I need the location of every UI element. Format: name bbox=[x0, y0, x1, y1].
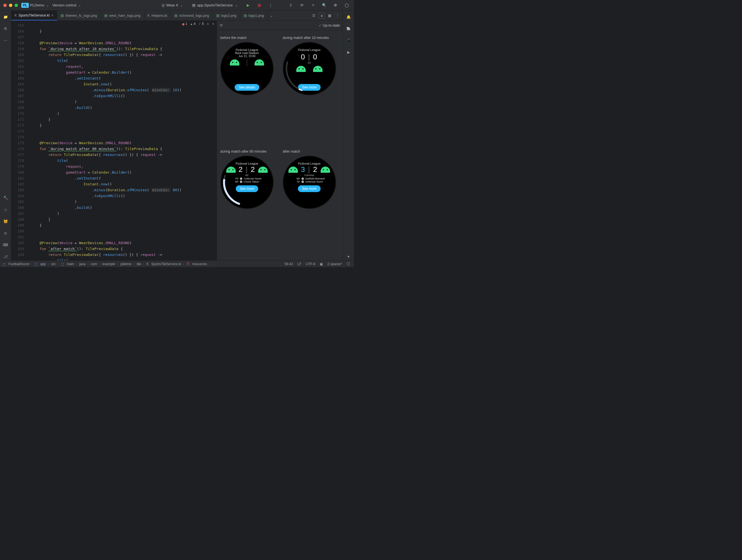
window-traffic-lights bbox=[3, 4, 18, 7]
debug-button[interactable]: 🐞 bbox=[255, 1, 263, 9]
preview-status: Up-to-date bbox=[319, 23, 340, 28]
breadcrumb-main[interactable]: ▢ main bbox=[61, 262, 77, 266]
favorites-tool-icon[interactable]: ◇ bbox=[2, 206, 9, 213]
vcs-tool-icon[interactable]: ⎇ bbox=[2, 253, 9, 260]
statusbar: ▢ FootballScore ▢ app src ▢ main java co… bbox=[0, 260, 354, 267]
ai-assistant-icon[interactable]: ✦ bbox=[345, 253, 353, 260]
tabs-options-icon[interactable]: ⋮ bbox=[334, 13, 340, 19]
breadcrumb-com[interactable]: com bbox=[91, 262, 100, 266]
account-icon[interactable]: ◯ bbox=[343, 1, 351, 9]
file-encoding[interactable]: UTF-8 bbox=[305, 262, 316, 266]
image-file-icon: ▤ bbox=[244, 13, 247, 18]
close-window[interactable] bbox=[3, 4, 7, 7]
error-count[interactable]: 1 bbox=[182, 22, 187, 26]
problems-tool-icon[interactable]: ⊘ bbox=[2, 229, 9, 237]
settings-icon[interactable]: ⚙ bbox=[331, 1, 339, 9]
search-everywhere-icon[interactable]: 🔍 bbox=[320, 1, 328, 9]
preview-refresh-icon[interactable]: ⟳ bbox=[220, 23, 223, 28]
scorers-list: 70'70' Ambrose NormAmbrose Norm 55'Chuck… bbox=[232, 177, 262, 183]
run-config-selector[interactable]: ▤ app.SportsTileService bbox=[189, 2, 241, 8]
right-tool-rail: 🔔 🐘 📱 ▶ ✦ bbox=[343, 11, 354, 260]
view-gallery-icon[interactable]: ▦ bbox=[326, 13, 333, 19]
team-logo-icon bbox=[258, 167, 268, 173]
gradle-tool-icon[interactable]: 🐘 bbox=[345, 24, 353, 33]
project-name: PLDemo bbox=[30, 3, 44, 7]
score-divider bbox=[247, 59, 247, 66]
see-more-button[interactable]: See more bbox=[236, 185, 258, 192]
structure-tool-icon[interactable]: ⧉ bbox=[2, 24, 9, 33]
breadcrumb-tile[interactable]: tile bbox=[137, 262, 144, 266]
tab-richmond-logo[interactable]: ▤ richmond_logo.png bbox=[171, 11, 213, 20]
indent-settings[interactable]: 2 spaces* bbox=[326, 262, 343, 266]
breadcrumb-java[interactable]: java bbox=[79, 262, 89, 266]
next-highlight-icon[interactable]: ∨ bbox=[212, 22, 214, 26]
code-content[interactable]: } @Preview(device = WearDevices.SMALL_RO… bbox=[28, 21, 217, 260]
tab-west-ham-logo[interactable]: ▤ west_ham_logo.png bbox=[101, 11, 144, 20]
breadcrumb-symbol[interactable]: ⓕ resources bbox=[187, 261, 210, 266]
code-with-me-icon[interactable]: ⇪ bbox=[287, 1, 295, 9]
line-separator[interactable]: LF bbox=[296, 262, 302, 266]
prev-highlight-icon[interactable]: ∧ bbox=[207, 22, 209, 26]
build-tool-icon[interactable]: 🔨 bbox=[2, 194, 9, 202]
kotlin-file-icon: K bbox=[148, 14, 150, 18]
image-file-icon: ▤ bbox=[174, 13, 177, 18]
running-devices-icon[interactable]: ▶ bbox=[345, 48, 353, 56]
more-tools-icon[interactable]: ⋯ bbox=[2, 36, 9, 44]
minimize-window[interactable] bbox=[9, 4, 12, 7]
tab-logo2[interactable]: ▤ logo2.png bbox=[213, 11, 240, 20]
device-selector[interactable]: ◎ Wear 4 bbox=[159, 2, 186, 8]
close-icon[interactable]: × bbox=[51, 13, 53, 18]
team-logo-icon bbox=[226, 167, 236, 173]
editor-tabs: K SportsTileService.kt × ▤ themes_fc_log… bbox=[11, 11, 343, 21]
preview-during-80: during match after 80 minutes Fictional … bbox=[220, 150, 277, 255]
image-file-icon: ▤ bbox=[60, 13, 64, 18]
module-icon: ▤ bbox=[192, 3, 196, 7]
run-button[interactable]: ▶ bbox=[244, 1, 252, 9]
image-file-icon: ▤ bbox=[216, 13, 219, 18]
watch-preview: Fictional League 2 | 2 80' bbox=[220, 156, 274, 209]
team-logo-icon bbox=[230, 59, 240, 65]
breadcrumb-example[interactable]: example bbox=[103, 262, 118, 266]
team-logo-icon bbox=[313, 66, 323, 72]
code-editor[interactable]: 1551561571581591601611621631641651661671… bbox=[11, 21, 217, 260]
memory-indicator-icon[interactable]: ⓘ bbox=[346, 261, 351, 266]
project-tool-icon[interactable]: 📁 bbox=[2, 13, 9, 21]
breadcrumb-pldemo[interactable]: pldemo bbox=[120, 262, 135, 266]
notifications-tool-icon[interactable]: 🔔 bbox=[345, 13, 353, 21]
breadcrumb-root[interactable]: ▢ FootballScore bbox=[3, 262, 32, 266]
team-logo-icon bbox=[321, 167, 330, 173]
terminal-tool-icon[interactable]: ⌨ bbox=[2, 241, 9, 249]
team-logo-icon bbox=[255, 59, 264, 65]
tab-themes-fc-logo[interactable]: ▤ themes_fc_logo.png bbox=[57, 11, 101, 20]
breadcrumb-app[interactable]: ▢ app bbox=[35, 262, 49, 266]
tabs-overflow-dropdown[interactable]: ⌄ bbox=[268, 11, 275, 20]
device-manager-icon[interactable]: 📱 bbox=[345, 36, 353, 44]
caret-position[interactable]: 56:43 bbox=[283, 262, 294, 266]
tab-helpers[interactable]: K Helpers.kt bbox=[144, 11, 171, 20]
tab-sportstileservice[interactable]: K SportsTileService.kt × bbox=[11, 11, 57, 20]
breadcrumb-src[interactable]: src bbox=[51, 262, 59, 266]
kotlin-file-icon: K bbox=[14, 13, 17, 17]
vcs-menu[interactable]: Version control bbox=[52, 3, 81, 7]
view-list-icon[interactable]: ☰ bbox=[311, 13, 317, 19]
more-run-actions[interactable]: ⋮ bbox=[267, 1, 274, 9]
logcat-tool-icon[interactable]: 🐱 bbox=[2, 217, 9, 225]
view-split-icon[interactable]: ▥ bbox=[319, 13, 325, 19]
inspection-indicators: 1 4 5 ∧ ∨ bbox=[182, 22, 214, 26]
see-details-button[interactable]: See details bbox=[234, 84, 259, 91]
weak-warning-count[interactable]: 5 bbox=[198, 22, 204, 26]
warning-count[interactable]: 4 bbox=[190, 22, 196, 26]
see-more-button[interactable]: See more bbox=[298, 185, 320, 192]
team-logo-icon bbox=[296, 66, 306, 72]
breadcrumb-file[interactable]: K SportsTileService.kt bbox=[147, 262, 184, 266]
ide-update-icon[interactable]: ⟳ bbox=[298, 1, 306, 9]
tab-logo1[interactable]: ▤ logo1.png bbox=[240, 11, 268, 20]
inspections-icon[interactable]: ✧ bbox=[309, 1, 317, 9]
project-selector[interactable]: PL PLDemo bbox=[21, 3, 49, 8]
see-more-button[interactable]: See more bbox=[298, 84, 320, 91]
preview-before-match: before the match Fictional League Back r… bbox=[220, 36, 277, 141]
project-badge: PL bbox=[21, 3, 29, 8]
team-logo-icon bbox=[288, 167, 298, 173]
maximize-window[interactable] bbox=[14, 4, 18, 7]
readonly-toggle-icon[interactable]: ▣ bbox=[319, 262, 324, 266]
